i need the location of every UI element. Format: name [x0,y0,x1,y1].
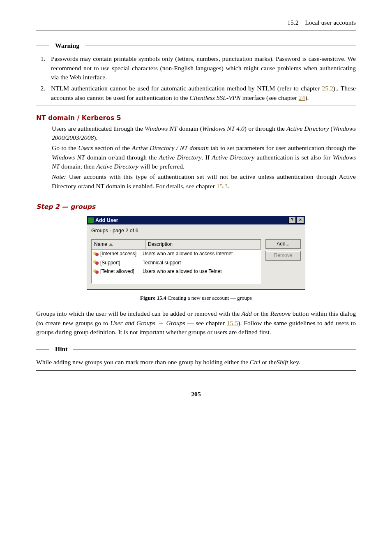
dialog-title: Add User [95,217,118,224]
group-icon [93,260,99,265]
group-icon [93,269,99,274]
figure-caption: Figure 15.4 Creating a new user account … [36,294,356,302]
def-p3: Note: User accounts with this type of au… [52,172,356,191]
add-user-dialog: Add User ? × Groups - page 2 of 6 Name D… [87,216,305,290]
list-row[interactable]: [Support] Technical support [92,259,261,267]
sort-asc-icon [109,243,113,246]
warning-legend-row: Warning [36,41,356,51]
hint-closing-rule [36,370,356,371]
header-rule [36,30,356,30]
warning-legend: Warning [53,41,82,51]
def-p2: Go to the Users section of the Active Di… [52,143,356,171]
warn2-seg1: NTLM authentication cannot be used for a… [51,85,322,92]
warn2-em: Clientless SSL-VPN [189,94,240,101]
list-row[interactable]: [Telnet allowed] Users who are allowed t… [92,267,261,276]
help-button[interactable]: ? [288,217,296,224]
link-25-2[interactable]: 25.2 [322,85,333,92]
dialog-titlebar: Add User ? × [87,216,305,224]
warning-item-1: Passwords may contain printable symbols … [47,54,356,82]
warn2-seg3: interface (see chapter [241,94,299,101]
page-number: 205 [36,390,356,399]
warning-item-2: NTLM authentication cannot be used for a… [47,84,356,102]
warn2-seg4: ). [305,94,309,101]
link-15-5[interactable]: 15.5 [227,319,238,326]
hint-legend: Hint [53,345,70,354]
hint-body: While adding new groups you can mark mor… [36,358,356,367]
col-name[interactable]: Name [92,240,145,249]
app-icon [88,217,94,223]
list-row[interactable]: [Internet access] Users who are allowed … [92,250,261,258]
wizard-page-label: Groups - page 2 of 6 [91,227,301,234]
warning-list: Passwords may contain printable symbols … [47,54,356,102]
hint-legend-row: Hint [36,345,356,354]
add-button[interactable]: Add... [265,239,301,249]
link-15-3[interactable]: 15.3 [217,183,228,190]
remove-button[interactable]: Remove [265,251,301,261]
close-button[interactable]: × [297,217,304,224]
group-icon [93,252,99,257]
figure-wrap: Add User ? × Groups - page 2 of 6 Name D… [36,216,356,290]
groups-listbox[interactable]: Name Description [Internet access] Users… [91,239,261,284]
link-24[interactable]: 24 [299,94,305,101]
body-para: Groups into which the user will be inclu… [36,309,356,337]
def-heading: NT domain / Kerberos 5 [36,113,356,123]
list-header: Name Description [92,240,261,250]
def-body: Users are authenticated through the Wind… [52,124,356,191]
running-header: 15.2 Local user accounts [36,18,356,28]
def-p1: Users are authenticated through the Wind… [52,124,356,143]
warning-closing-rule [36,106,356,106]
col-description[interactable]: Description [145,240,261,249]
step-heading: Step 2 — groups [36,202,356,212]
